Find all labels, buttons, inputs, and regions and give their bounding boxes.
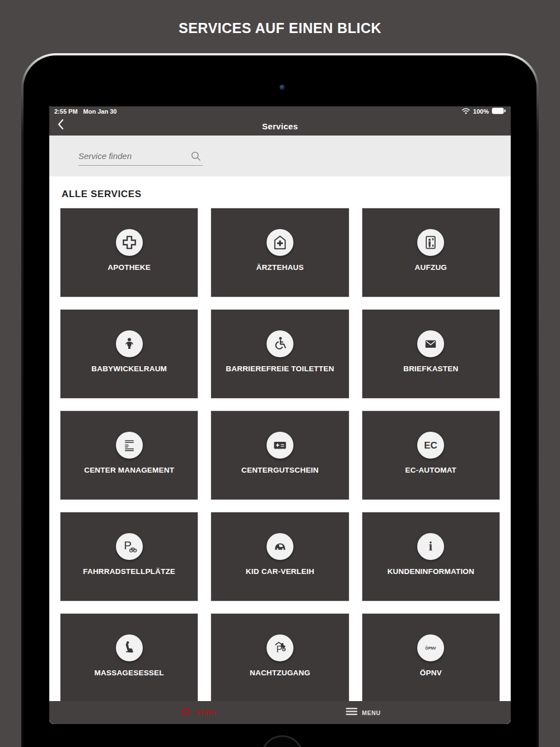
- service-tile-label: FAHRRADSTELLPLÄTZE: [83, 567, 175, 576]
- home-button: [261, 735, 304, 747]
- service-tile-label: ÖPNV: [420, 669, 442, 677]
- tablet-bezel: 2:55 PM Mon Jan 30 100%: [24, 55, 536, 747]
- service-tile-label: NACHTZUGANG: [250, 669, 310, 677]
- menu-label: MENU: [362, 709, 380, 716]
- nav-bar: Services: [49, 116, 511, 136]
- svg-text:i: i: [429, 539, 432, 553]
- ec-logo-icon: EC: [417, 432, 444, 459]
- bottom-bar: START MENU: [49, 701, 511, 724]
- app-screen: 2:55 PM Mon Jan 30 100%: [49, 106, 511, 724]
- medical-house-icon: [267, 229, 293, 256]
- service-tile[interactable]: KID CAR-VERLEIH: [211, 512, 349, 601]
- info-icon: i: [417, 533, 444, 560]
- service-tile[interactable]: AUFZUG: [362, 208, 500, 297]
- service-tile-label: BARRIEREFREIE TOILETTEN: [226, 365, 334, 373]
- service-tile-label: ÄRZTEHAUS: [256, 263, 304, 272]
- service-tile[interactable]: P FAHRRADSTELLPLÄTZE: [60, 512, 198, 601]
- start-button[interactable]: START: [180, 701, 217, 724]
- service-tile-label: KID CAR-VERLEIH: [246, 567, 314, 576]
- service-tile[interactable]: BARRIEREFREIE TOILETTEN: [211, 309, 349, 399]
- service-tile-label: MASSAGESESSEL: [95, 669, 164, 677]
- service-tile-label: CENTER MANAGEMENT: [84, 466, 174, 474]
- service-tile-label: APOTHEKE: [108, 263, 151, 272]
- service-tile-label: AUFZUG: [415, 263, 447, 272]
- service-tile[interactable]: i KUNDENINFORMATION: [362, 512, 500, 601]
- menu-button[interactable]: MENU: [345, 701, 380, 724]
- service-tile[interactable]: MASSAGESESSEL: [60, 613, 198, 703]
- service-tile[interactable]: CENTER MANAGEMENT: [60, 410, 198, 500]
- search-icon[interactable]: [190, 151, 202, 162]
- hamburger-icon: [345, 707, 358, 718]
- service-tile[interactable]: P NACHTZUGANG: [211, 613, 349, 703]
- status-bar: 2:55 PM Mon Jan 30 100%: [49, 106, 511, 116]
- status-time: 2:55 PM: [54, 108, 78, 115]
- service-tile-label: BRIEFKASTEN: [403, 365, 458, 373]
- front-camera: [279, 85, 285, 90]
- svg-text:ÖPNV: ÖPNV: [426, 646, 437, 650]
- document-lines-icon: [116, 432, 143, 459]
- service-tile[interactable]: EC EC-AUTOMAT: [362, 410, 500, 500]
- battery-icon: [492, 108, 506, 115]
- elevator-icon: [417, 229, 444, 256]
- section-title: ALLE SERVICES: [62, 189, 500, 200]
- service-tile[interactable]: APOTHEKE: [60, 208, 198, 297]
- service-tile[interactable]: ÄRZTEHAUS: [211, 208, 349, 297]
- wifi-icon: [461, 108, 470, 115]
- service-tile-label: BABYWICKELRAUM: [91, 365, 167, 373]
- massage-chair-icon: [116, 634, 143, 661]
- baby-icon: [116, 330, 143, 357]
- service-tile-label: KUNDENINFORMATION: [388, 567, 474, 576]
- service-tile-label: EC-AUTOMAT: [405, 466, 457, 474]
- search-section: [49, 136, 511, 176]
- home-icon: [180, 706, 192, 720]
- pharmacy-cross-icon: [116, 229, 143, 256]
- nav-title: Services: [262, 122, 298, 131]
- bike-parking-icon: P: [116, 533, 143, 560]
- voucher-card-icon: [267, 432, 293, 459]
- svg-text:EC: EC: [424, 440, 438, 451]
- status-date: Mon Jan 30: [83, 108, 117, 115]
- search-input[interactable]: [78, 147, 185, 165]
- chevron-left-icon: [57, 119, 64, 132]
- start-label: START: [196, 709, 217, 716]
- opnv-icon: ÖPNV: [417, 634, 444, 661]
- content-area: ALLE SERVICES APOTHEKE ÄRZTEHAUS AUFZUG …: [49, 176, 511, 703]
- back-button[interactable]: [57, 118, 71, 133]
- tablet-frame: 2:55 PM Mon Jan 30 100%: [21, 53, 539, 747]
- service-tile[interactable]: CENTERGUTSCHEIN: [211, 410, 349, 500]
- kid-car-icon: [267, 533, 293, 560]
- battery-percent: 100%: [473, 108, 489, 115]
- service-tile[interactable]: BRIEFKASTEN: [362, 309, 500, 399]
- svg-text:P: P: [124, 539, 132, 552]
- service-tile[interactable]: BABYWICKELRAUM: [60, 309, 198, 399]
- wheelchair-icon: [267, 330, 293, 357]
- service-tile-label: CENTERGUTSCHEIN: [241, 466, 319, 474]
- app-header: 2:55 PM Mon Jan 30 100%: [49, 106, 511, 136]
- page-title: SERVICES AUF EINEN BLICK: [0, 20, 560, 36]
- services-grid: APOTHEKE ÄRZTEHAUS AUFZUG BABYWICKELRAUM…: [60, 208, 500, 703]
- night-parking-icon: P: [267, 634, 293, 661]
- service-tile[interactable]: ÖPNV ÖPNV: [362, 613, 500, 703]
- envelope-icon: [417, 330, 444, 357]
